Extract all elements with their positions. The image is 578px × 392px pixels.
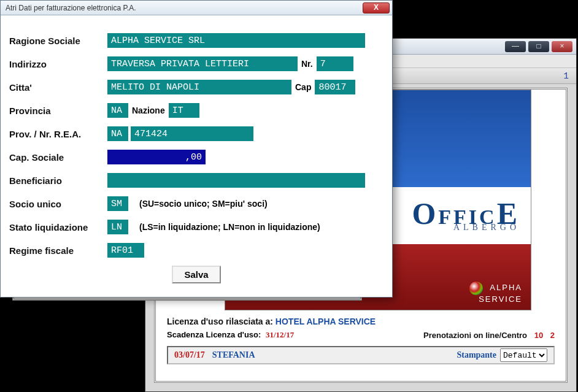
help-socio-unico: (SU=socio unico; SM=piu' soci) [139,199,268,209]
salva-button[interactable]: Salva [172,266,220,283]
label-ragione: Ragione Sociale [9,36,107,46]
label-socio-unico: Socio unico [9,199,107,209]
input-nr[interactable] [317,56,353,71]
input-regime-fiscale[interactable] [107,243,144,258]
input-stato-liquidazione[interactable] [107,220,128,234]
toolbar-number: 1 [564,71,572,81]
main-close-button[interactable]: × [552,41,572,52]
printer-label: Stampante [457,350,496,360]
dialog-close-button[interactable]: X [363,2,390,13]
label-cap: Cap [295,82,311,92]
license-label: Licenza d'uso rilasciata a: [167,317,273,326]
input-cap[interactable] [315,80,355,94]
pren-label: Prenotazioni on line/Centro [423,331,527,340]
input-citta[interactable] [107,80,291,94]
printer-select[interactable]: Default [500,348,547,362]
pren-count-2: 2 [550,331,555,340]
minimize-button[interactable]: — [505,41,526,52]
logo-brand: ALPHA SERVICE [461,282,522,304]
label-prov-rea: Prov. / Nr. R.E.A. [9,129,107,139]
input-beneficiario[interactable] [107,173,365,188]
input-cap-sociale[interactable] [107,150,206,164]
label-stato-liquidazione: Stato liquidazione [9,222,107,233]
label-indirizzo: Indirizzo [9,59,107,69]
help-stato-liquidazione: (LS=in liquidazione; LN=non in liquidazi… [139,222,320,232]
license-area: Licenza d'uso rilasciata a: HOTEL ALPHA … [167,317,555,364]
expire-label: Scadenza Licenza d'uso: [167,330,261,339]
maximize-button[interactable]: □ [528,41,549,52]
label-provincia: Provincia [9,106,107,116]
input-nazione[interactable] [169,103,199,118]
expire-date: 31/12/17 [266,330,294,339]
label-beneficiario: Beneficiario [9,175,107,186]
fatturazione-dialog: Atri Dati per fatturazione elettronica P… [0,0,393,298]
label-nr: Nr. [301,59,313,69]
license-holder: HOTEL ALPHA SERVICE [276,317,376,326]
pren-count-1: 10 [534,331,543,340]
input-prov-rea-prov[interactable] [107,126,128,141]
input-ragione-sociale[interactable] [107,33,365,48]
dialog-titlebar: Atri Dati per fatturazione elettronica P… [1,1,392,15]
label-regime-fiscale: Regime fiscale [9,245,107,256]
dialog-title: Atri Dati per fatturazione elettronica P… [6,4,136,12]
status-user: STEFANIA [212,350,255,360]
label-cap-sociale: Cap. Sociale [9,152,107,163]
globe-icon [469,282,483,295]
input-indirizzo[interactable] [107,56,298,71]
input-prov-rea-num[interactable] [131,126,253,141]
logo-albergo-text: ALBERGO [453,223,520,233]
label-citta: Citta' [9,82,107,93]
status-bar: 03/07/17 STEFANIA Stampante Default [167,346,555,364]
status-date: 03/07/17 [174,350,205,360]
input-socio-unico[interactable] [107,196,128,211]
label-nazione: Nazione [132,106,165,115]
input-provincia[interactable] [107,103,128,118]
